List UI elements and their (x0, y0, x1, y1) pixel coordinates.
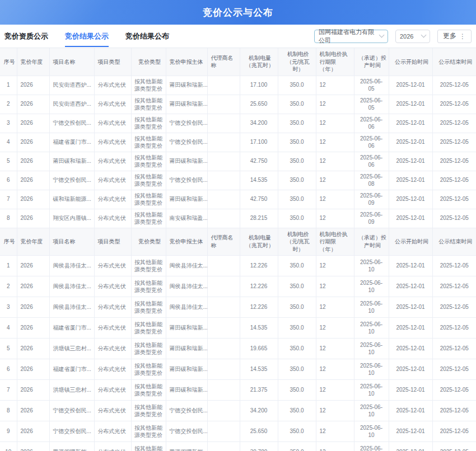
column-header: 序号 (0, 48, 17, 76)
table-cell: 按其他新能源类型竞价 (131, 318, 166, 339)
table-cell: 洪塘镇三忠村... (49, 380, 94, 401)
table-cell: 2026 (17, 190, 49, 209)
year-select-value: 2026 (400, 33, 413, 40)
column-header: 机制电价执行期限（年） (316, 228, 354, 256)
table-cell: 按其他新能源类型竞价 (131, 359, 166, 380)
table-cell: 4 (0, 318, 17, 339)
table-cell: 350.0 (278, 380, 316, 401)
table-cell: 2025-12-01 (389, 114, 432, 133)
table-cell: 12 (316, 276, 354, 297)
more-button[interactable]: 更多 ⋮ (437, 30, 472, 43)
table-cell: 2025-12-05 (432, 76, 476, 95)
table-cell: 闽侯县沛佳太... (49, 256, 94, 276)
table-cell: 2025-12-05 (432, 297, 476, 318)
bidding-result-table-upper: 序号 竞价年度 项目名称 项目类型 竞价类型 竞价申报主体 代理商名称 机制电量… (0, 48, 476, 228)
company-select[interactable]: 国网福建省电力有限公司 (314, 30, 388, 43)
table-cell: 分布式光伏 (94, 256, 131, 276)
tab-bidding-result-announcement[interactable]: 竞价结果公布 (125, 25, 169, 47)
table-row: 12026闽侯县沛佳太...分布式光伏按其他新能源类型竞价闽侯县沛佳太...12… (0, 256, 476, 276)
column-header: 项目名称 (49, 228, 94, 256)
table-cell: 2025-06-10 (354, 256, 389, 276)
table-cell: 17.100 (240, 133, 278, 152)
table-cell: 宁德交投创民... (49, 401, 94, 421)
year-select[interactable]: 2026 (395, 30, 430, 43)
table-cell: 5 (0, 152, 17, 171)
tab-bidding-qualification-publicity[interactable]: 竞价资质公示 (4, 25, 48, 47)
table-cell: 闽侯县沛佳太... (166, 256, 207, 276)
table-row: 82026宁德交投创民...分布式光伏按其他新能源类型竞价宁德交投创民...34… (0, 401, 476, 421)
table-cell: 10 (0, 442, 17, 451)
table-cell: 宁德交投创民... (49, 114, 94, 133)
table-cell: 2025-12-05 (432, 442, 476, 451)
table-cell: 碳和瑞新能源... (49, 190, 94, 209)
table-row: 22026闽侯县沛佳太...分布式光伏按其他新能源类型竞价闽侯县沛佳太...12… (0, 276, 476, 297)
table-cell: 350.0 (278, 133, 316, 152)
table-cell: 按其他新能源类型竞价 (131, 152, 166, 171)
table-cell: 12 (316, 209, 354, 228)
table-cell: 30.780 (240, 442, 278, 451)
table-cell: 6 (0, 171, 17, 190)
table-cell: 3 (0, 297, 17, 318)
table-cell: 罗源闽曜新能... (49, 442, 94, 451)
table-cell: 2025-12-01 (389, 76, 432, 95)
table-cell: 民安街道西炉... (49, 95, 94, 114)
column-header: 项目类型 (94, 48, 131, 76)
table-cell: 350.0 (278, 76, 316, 95)
table-cell: 分布式光伏 (94, 76, 131, 95)
table-header-row: 序号 竞价年度 项目名称 项目类型 竞价类型 竞价申报主体 代理商名称 机制电量… (0, 48, 476, 76)
table-cell (207, 190, 240, 209)
table-cell: 莆田碳和瑞新... (166, 359, 207, 380)
table-cell (207, 133, 240, 152)
table-cell: 2025-12-05 (432, 95, 476, 114)
column-header: （承诺）投产时间 (354, 48, 389, 76)
table-cell: 2025-12-01 (389, 276, 432, 297)
table-cell: 2025-12-01 (389, 442, 432, 451)
table-cell (207, 421, 240, 442)
table-cell: 2025-12-05 (432, 380, 476, 401)
column-header: 机制电量 （兆瓦时） (240, 228, 278, 256)
column-header: 机制电价执行期限（年） (316, 48, 354, 76)
table-row: 52026莆田碳和瑞新...分布式光伏按其他新能源类型竞价莆田碳和瑞新...42… (0, 152, 476, 171)
table-cell: 2026 (17, 133, 49, 152)
table-cell: 12 (316, 171, 354, 190)
table-cell: 2025-12-05 (432, 133, 476, 152)
table-cell: 按其他新能源类型竞价 (131, 114, 166, 133)
table-cell: 2026 (17, 359, 49, 380)
column-header: 竞价申报主体 (166, 48, 207, 76)
tab-bidding-result-publicity[interactable]: 竞价结果公示 (65, 25, 109, 47)
table-cell: 2026 (17, 114, 49, 133)
table-row: 102026罗源闽曜新能...分布式光伏按其他新能源类型竞价罗源闽曜新能...3… (0, 442, 476, 451)
tab-bar: 竞价资质公示 竞价结果公示 竞价结果公布 (4, 25, 169, 47)
table-cell (207, 297, 240, 318)
table-cell: 2025-12-05 (432, 256, 476, 276)
table-cell: 12 (316, 339, 354, 359)
column-header: 竞价申报主体 (166, 228, 207, 256)
table-body: 12026民安街道西炉...分布式光伏按其他新能源类型竞价莆田碳和瑞新...17… (0, 76, 476, 228)
table-cell: 闽侯县沛佳太... (49, 297, 94, 318)
table-cell: 2025-12-01 (389, 190, 432, 209)
table-cell: 2025-06-09 (354, 209, 389, 228)
table-cell: 2025-06-10 (354, 421, 389, 442)
table-row: 32026宁德交投创民...分布式光伏按其他新能源类型竞价宁德交投创民...34… (0, 114, 476, 133)
table-cell: 宁德交投创民... (49, 171, 94, 190)
table-cell: 宁德交投创民... (166, 114, 207, 133)
table-cell: 2026 (17, 297, 49, 318)
table-cell: 12.226 (240, 297, 278, 318)
table-cell: 2026 (17, 276, 49, 297)
table-body: 12026闽侯县沛佳太...分布式光伏按其他新能源类型竞价闽侯县沛佳太...12… (0, 256, 476, 451)
table-cell: 分布式光伏 (94, 401, 131, 421)
table-cell: 2 (0, 95, 17, 114)
table-cell: 2025-12-05 (432, 209, 476, 228)
table-cell: 福建省厦门市... (49, 318, 94, 339)
table-cell: 350.0 (278, 190, 316, 209)
table-cell: 宁德交投创民... (166, 171, 207, 190)
table-cell: 2025-12-05 (432, 171, 476, 190)
table-cell: 12 (316, 95, 354, 114)
table-cell: 闽侯县沛佳太... (49, 276, 94, 297)
table-cell (207, 209, 240, 228)
table-cell: 2025-12-01 (389, 318, 432, 339)
table-cell: 2025-06-11 (354, 442, 389, 451)
table-cell: 2025-12-05 (432, 114, 476, 133)
column-header: 项目类型 (94, 228, 131, 256)
more-button-label: 更多 (443, 31, 456, 41)
